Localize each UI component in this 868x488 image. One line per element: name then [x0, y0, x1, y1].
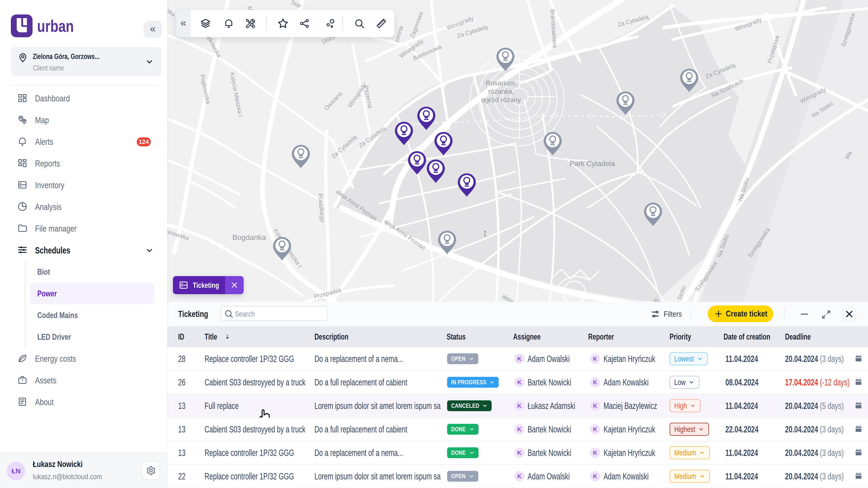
- svg-text:t: t: [484, 228, 487, 239]
- svg-text:różanka,: różanka,: [488, 88, 514, 95]
- svg-text:Rosarium,: Rosarium,: [486, 79, 517, 87]
- svg-text:ogród różany: ogród różany: [481, 96, 521, 103]
- svg-text:Park Cytadela: Park Cytadela: [569, 160, 615, 168]
- svg-text:Bogdanka: Bogdanka: [232, 233, 266, 241]
